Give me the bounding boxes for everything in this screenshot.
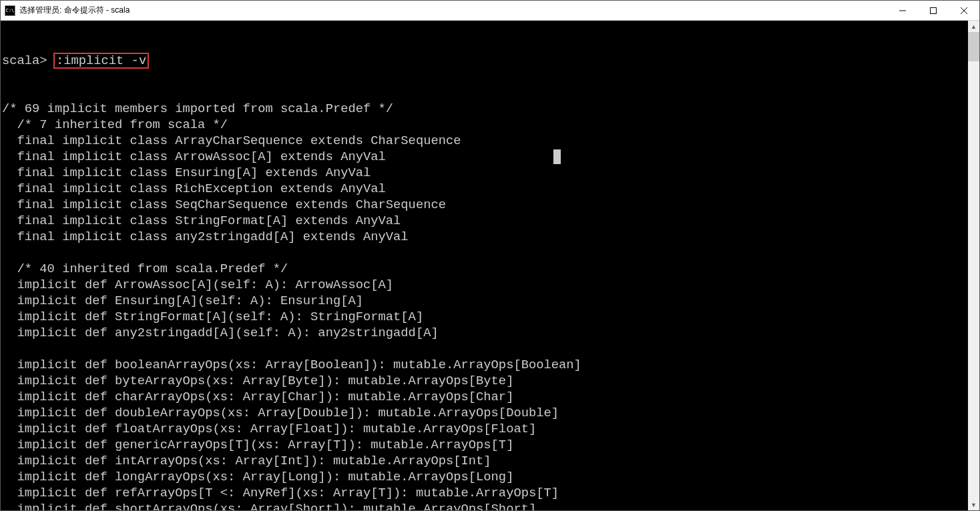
titlebar[interactable]: C:\ 选择管理员: 命令提示符 - scala bbox=[1, 1, 979, 21]
command-highlight: :implicit -v bbox=[53, 53, 149, 69]
minimize-button[interactable] bbox=[887, 1, 918, 21]
terminal-line bbox=[2, 245, 967, 261]
scroll-thumb[interactable] bbox=[968, 32, 979, 61]
terminal-output: /* 69 implicit members imported from sca… bbox=[2, 101, 967, 510]
terminal-line: final implicit class ArrowAssoc[A] exten… bbox=[2, 149, 967, 165]
terminal-line: implicit def StringFormat[A](self: A): S… bbox=[2, 309, 967, 325]
vertical-scrollbar[interactable]: ▲ ▼ bbox=[968, 21, 979, 510]
text-cursor bbox=[553, 149, 561, 164]
scroll-down-icon[interactable]: ▼ bbox=[968, 499, 979, 510]
window-frame: C:\ 选择管理员: 命令提示符 - scala scala> :implici… bbox=[0, 0, 980, 511]
prompt-line: scala> :implicit -v bbox=[2, 53, 967, 69]
terminal-line: final implicit class RichException exten… bbox=[2, 181, 967, 197]
terminal-line: implicit def any2stringadd[A](self: A): … bbox=[2, 325, 967, 341]
terminal-line: final implicit class ArrayCharSequence e… bbox=[2, 133, 967, 149]
window-title: 选择管理员: 命令提示符 - scala bbox=[19, 5, 130, 16]
terminal-line: final implicit class Ensuring[A] extends… bbox=[2, 165, 967, 181]
scroll-up-icon[interactable]: ▲ bbox=[968, 21, 979, 32]
scroll-track[interactable] bbox=[968, 32, 979, 499]
close-button[interactable] bbox=[949, 1, 979, 21]
svg-rect-0 bbox=[931, 7, 937, 13]
terminal-line: final implicit class SeqCharSequence ext… bbox=[2, 197, 967, 213]
terminal-line: implicit def charArrayOps(xs: Array[Char… bbox=[2, 389, 967, 405]
terminal-line: implicit def booleanArrayOps(xs: Array[B… bbox=[2, 357, 967, 373]
terminal-line bbox=[2, 341, 967, 357]
terminal-line: /* 40 inherited from scala.Predef */ bbox=[2, 261, 967, 277]
terminal-line: implicit def Ensuring[A](self: A): Ensur… bbox=[2, 293, 967, 309]
terminal-line: final implicit class StringFormat[A] ext… bbox=[2, 213, 967, 229]
terminal-line: final implicit class any2stringadd[A] ex… bbox=[2, 229, 967, 245]
terminal-line: /* 7 inherited from scala */ bbox=[2, 117, 967, 133]
terminal-line: implicit def shortArrayOps(xs: Array[Sho… bbox=[2, 501, 967, 510]
cmd-icon: C:\ bbox=[5, 5, 15, 16]
terminal-line: /* 69 implicit members imported from sca… bbox=[2, 101, 967, 117]
title-left: C:\ 选择管理员: 命令提示符 - scala bbox=[1, 5, 130, 16]
maximize-button[interactable] bbox=[918, 1, 949, 21]
terminal-line: implicit def ArrowAssoc[A](self: A): Arr… bbox=[2, 277, 967, 293]
terminal[interactable]: scala> :implicit -v /* 69 implicit membe… bbox=[1, 21, 968, 510]
terminal-line: implicit def longArrayOps(xs: Array[Long… bbox=[2, 469, 967, 485]
terminal-line: implicit def byteArrayOps(xs: Array[Byte… bbox=[2, 373, 967, 389]
terminal-line: implicit def refArrayOps[T <: AnyRef](xs… bbox=[2, 485, 967, 501]
terminal-line: implicit def genericArrayOps[T](xs: Arra… bbox=[2, 437, 967, 453]
terminal-line: implicit def intArrayOps(xs: Array[Int])… bbox=[2, 453, 967, 469]
client-area: scala> :implicit -v /* 69 implicit membe… bbox=[1, 21, 979, 510]
terminal-line: implicit def floatArrayOps(xs: Array[Flo… bbox=[2, 421, 967, 437]
repl-prompt: scala> bbox=[2, 53, 55, 69]
terminal-line: implicit def doubleArrayOps(xs: Array[Do… bbox=[2, 405, 967, 421]
